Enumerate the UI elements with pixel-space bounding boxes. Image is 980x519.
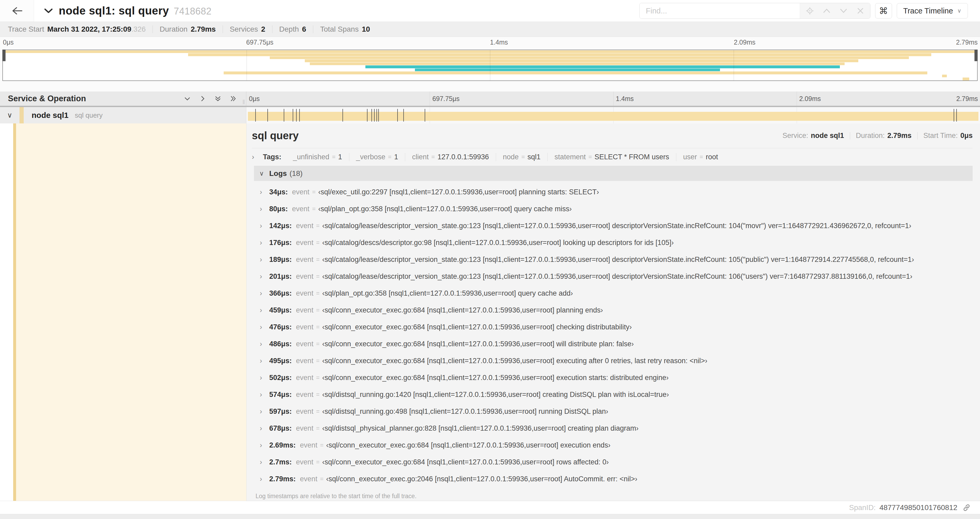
- log-field-name: event: [296, 391, 313, 399]
- chevron-right-icon[interactable]: ›: [252, 153, 261, 161]
- collapse-trace-chevron-icon[interactable]: [44, 8, 53, 14]
- span-detail-panel: sql query Service:node sql1 Duration:2.7…: [246, 123, 980, 501]
- find-next-icon[interactable]: [839, 8, 848, 13]
- find-group: [640, 3, 870, 19]
- chevron-down-icon[interactable]: ∨: [254, 170, 269, 177]
- chevron-right-icon[interactable]: ›: [260, 441, 269, 449]
- collapse-all-icon[interactable]: [214, 95, 222, 102]
- deep-link-icon[interactable]: [962, 503, 971, 512]
- log-entry[interactable]: › 597μs: event = ‹sql/distsql_running.go…: [254, 403, 973, 420]
- chevron-right-icon[interactable]: ›: [260, 424, 269, 433]
- logs-list: › 34μs: event = ‹sql/exec_util.go:2297 […: [254, 181, 973, 487]
- log-equals: =: [312, 206, 316, 212]
- log-entry[interactable]: › 176μs: event = ‹sql/catalog/descs/desc…: [254, 234, 973, 251]
- log-entry[interactable]: › 495μs: event = ‹sql/conn_executor_exec…: [254, 352, 973, 369]
- logs-count: (18): [290, 169, 303, 178]
- detail-meta: Service:node sql1 Duration:2.79ms Start …: [783, 132, 973, 140]
- services-value: 2: [261, 25, 265, 34]
- chevron-right-icon[interactable]: ›: [260, 407, 269, 416]
- gridline: [430, 91, 430, 106]
- expand-one-icon[interactable]: [199, 95, 207, 102]
- clear-find-icon[interactable]: [856, 7, 865, 14]
- view-options-button[interactable]: Trace Timeline ∨: [897, 3, 968, 18]
- collapse-one-icon[interactable]: [183, 95, 191, 102]
- tag-key: _verbose: [356, 153, 385, 161]
- tag-equals: =: [332, 153, 336, 161]
- span-service-name: node sql1: [32, 111, 68, 120]
- minimap-right-handle[interactable]: [974, 50, 978, 61]
- log-field-name: event: [296, 256, 313, 264]
- minimap-left-handle[interactable]: [2, 50, 6, 61]
- log-entry[interactable]: › 2.69ms: event = ‹sql/conn_executor_exe…: [254, 437, 973, 454]
- log-value: ‹sql/conn_executor_exec.go:684 [nsql1,cl…: [322, 357, 707, 365]
- chevron-right-icon[interactable]: ›: [260, 391, 269, 399]
- chevron-right-icon[interactable]: ›: [260, 289, 269, 297]
- log-entry[interactable]: › 574μs: event = ‹sql/distsql_running.go…: [254, 386, 973, 403]
- chevron-right-icon[interactable]: ›: [260, 205, 269, 213]
- keyboard-shortcuts-button[interactable]: ⌘: [875, 3, 892, 18]
- chevron-right-icon[interactable]: ›: [260, 256, 269, 264]
- chevron-right-icon[interactable]: ›: [260, 222, 269, 230]
- log-equals: =: [316, 256, 320, 263]
- chevron-right-icon[interactable]: ›: [260, 188, 269, 196]
- chevron-down-icon[interactable]: ∨: [0, 111, 19, 120]
- duration-label: Duration:: [856, 132, 885, 140]
- log-equals: =: [316, 357, 320, 364]
- log-timestamp: 176μs:: [269, 239, 292, 247]
- log-entry[interactable]: › 201μs: event = ‹sql/catalog/lease/desc…: [254, 268, 973, 285]
- log-entry[interactable]: › 476μs: event = ‹sql/conn_executor_exec…: [254, 319, 973, 335]
- log-entry[interactable]: › 189μs: event = ‹sql/catalog/lease/desc…: [254, 251, 973, 268]
- services-label: Services: [230, 25, 258, 34]
- log-entry[interactable]: › 502μs: event = ‹sql/conn_executor_exec…: [254, 369, 973, 386]
- log-equals: =: [316, 340, 320, 348]
- service-label: Service:: [783, 132, 808, 140]
- find-input[interactable]: [640, 3, 800, 18]
- log-entry[interactable]: › 486μs: event = ‹sql/conn_executor_exec…: [254, 335, 973, 352]
- minimap-span-bar: [365, 65, 840, 68]
- span-name-cell[interactable]: ∨ node sql1 sql query: [0, 107, 246, 123]
- chevron-right-icon[interactable]: ›: [260, 323, 269, 331]
- log-value: ‹sql/catalog/lease/descriptor_version_st…: [322, 272, 912, 281]
- span-timeline-cell[interactable]: [246, 107, 980, 123]
- chevron-right-icon[interactable]: ›: [260, 357, 269, 365]
- focus-span-icon[interactable]: [805, 6, 814, 15]
- log-value: ‹sql/conn_executor_exec.go:684 [nsql1,cl…: [322, 340, 634, 348]
- log-entry[interactable]: › 2.79ms: event = ‹sql/conn_executor_exe…: [254, 471, 973, 487]
- log-entry[interactable]: › 34μs: event = ‹sql/exec_util.go:2297 […: [254, 184, 973, 200]
- minimap-span-bar: [270, 56, 909, 59]
- log-field-name: event: [296, 289, 313, 297]
- log-entry[interactable]: › 366μs: event = ‹sql/plan_opt.go:358 [n…: [254, 285, 973, 302]
- log-entry[interactable]: › 142μs: event = ‹sql/catalog/lease/desc…: [254, 217, 973, 234]
- back-arrow-icon: [11, 6, 22, 15]
- expand-all-icon[interactable]: [229, 95, 237, 102]
- divider: [153, 25, 153, 33]
- log-timestamp: 486μs:: [269, 340, 292, 348]
- span-duration-bar[interactable]: [248, 112, 978, 121]
- log-field-name: event: [296, 239, 313, 247]
- log-entry[interactable]: › 678μs: event = ‹sql/distsql_physical_p…: [254, 420, 973, 437]
- minimap-span-bar: [942, 75, 947, 78]
- minimap-canvas[interactable]: [2, 50, 978, 81]
- logs-header[interactable]: ∨ Logs (18): [254, 166, 973, 181]
- log-entry[interactable]: › 459μs: event = ‹sql/conn_executor_exec…: [254, 302, 973, 319]
- axis-tick: 2.79ms: [956, 38, 978, 46]
- chevron-right-icon[interactable]: ›: [260, 340, 269, 348]
- chevron-right-icon[interactable]: ›: [260, 475, 269, 483]
- column-resizer[interactable]: ‖: [242, 98, 245, 106]
- back-button[interactable]: [0, 0, 34, 22]
- tag-item: _unfinished = 1: [286, 153, 349, 161]
- view-options-label: Trace Timeline: [903, 6, 953, 15]
- chevron-right-icon[interactable]: ›: [260, 374, 269, 382]
- span-row[interactable]: ∨ node sql1 sql query: [0, 107, 980, 123]
- tag-item: _verbose = 1: [349, 153, 405, 161]
- log-entry[interactable]: › 80μs: event = ‹sql/plan_opt.go:358 [ns…: [254, 200, 973, 217]
- chevron-right-icon[interactable]: ›: [260, 239, 269, 247]
- chevron-right-icon[interactable]: ›: [260, 306, 269, 315]
- chevron-right-icon[interactable]: ›: [260, 458, 269, 466]
- find-prev-icon[interactable]: [822, 8, 831, 13]
- chevron-right-icon[interactable]: ›: [260, 272, 269, 281]
- tags-row[interactable]: › Tags: _unfinished = 1 _verbose = 1 cli…: [252, 148, 973, 166]
- log-entry[interactable]: › 2.7ms: event = ‹sql/conn_executor_exec…: [254, 454, 973, 471]
- collapse-controls: [183, 95, 237, 102]
- log-value: ‹sql/distsql_running.go:498 [nsql1,clien…: [322, 407, 608, 416]
